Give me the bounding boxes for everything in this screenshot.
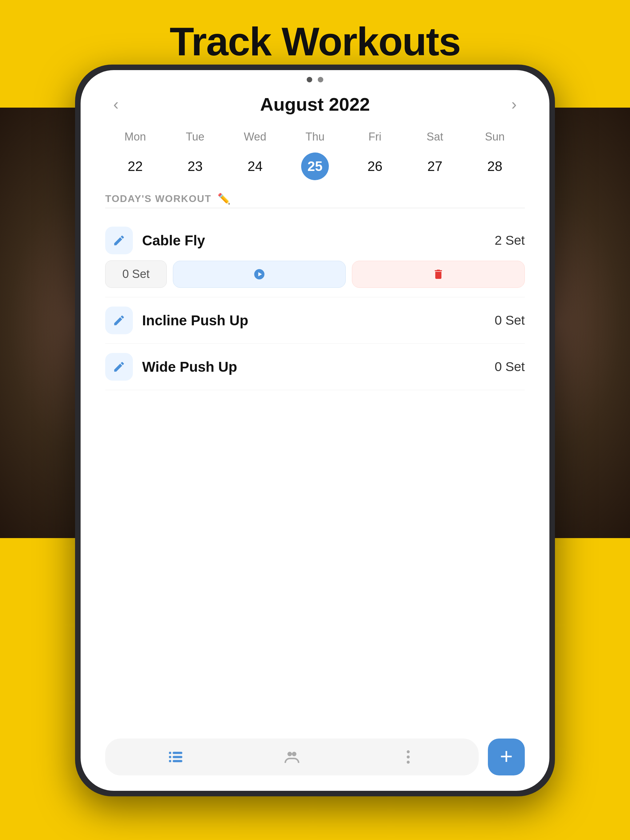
wide-push-up-name: Wide Push Up — [142, 358, 495, 375]
exercise-incline-push-up: Incline Push Up 0 Set — [105, 297, 525, 344]
trash-icon — [432, 268, 445, 280]
workout-section-title: TODAY'S WORKOUT — [105, 193, 211, 204]
exercise-wide-push-up: Wide Push Up 0 Set — [105, 344, 525, 390]
nav-bar — [105, 739, 479, 775]
cable-fly-delete-button[interactable] — [352, 261, 525, 288]
calendar-next-button[interactable]: › — [503, 93, 525, 115]
list-icon — [167, 748, 185, 766]
exercise-cable-fly-main-row: Cable Fly 2 Set — [105, 227, 525, 261]
calendar-header: ‹ August 2022 › — [105, 93, 525, 115]
exercise-cable-fly: Cable Fly 2 Set 0 Set — [105, 217, 525, 297]
pencil-icon — [112, 234, 125, 247]
calendar-section: ‹ August 2022 › Mon Tue Wed Thu Fri Sat … — [81, 87, 549, 189]
calendar-dates: 22 23 24 25 26 27 28 — [105, 153, 525, 180]
cable-fly-play-button[interactable] — [173, 261, 346, 288]
camera-dot-1 — [307, 77, 312, 82]
play-icon — [253, 268, 266, 280]
cable-fly-set-badge: 0 Set — [105, 261, 167, 288]
workout-section: TODAY'S WORKOUT ✏️ Cable Fly 2 Set 0 Set — [81, 189, 549, 729]
svg-rect-3 — [173, 752, 182, 754]
nav-item-list[interactable] — [154, 742, 197, 772]
nav-item-group[interactable] — [271, 742, 313, 772]
tablet-frame: ‹ August 2022 › Mon Tue Wed Thu Fri Sat … — [75, 65, 555, 796]
bottom-nav: + — [81, 729, 549, 791]
calendar-month-title: August 2022 — [260, 94, 370, 115]
svg-point-11 — [407, 755, 410, 758]
camera-bar — [81, 70, 549, 87]
wide-push-up-edit-button[interactable] — [105, 353, 133, 381]
svg-point-12 — [407, 761, 410, 764]
svg-point-8 — [288, 752, 292, 756]
more-icon — [399, 748, 417, 766]
workout-section-header: TODAY'S WORKOUT ✏️ — [105, 193, 525, 208]
svg-rect-7 — [173, 760, 182, 762]
date-24[interactable]: 24 — [225, 153, 285, 180]
day-mon: Mon — [105, 127, 165, 146]
camera-dot-2 — [318, 77, 323, 82]
svg-rect-4 — [169, 756, 171, 758]
svg-rect-5 — [173, 756, 182, 758]
day-wed: Wed — [225, 127, 285, 146]
nav-item-more[interactable] — [387, 742, 429, 772]
date-26[interactable]: 26 — [345, 153, 405, 180]
calendar-days-header: Mon Tue Wed Thu Fri Sat Sun — [105, 127, 525, 146]
cable-fly-sets: 2 Set — [495, 233, 525, 248]
cable-fly-sub-row: 0 Set — [105, 261, 525, 288]
date-23[interactable]: 23 — [165, 153, 225, 180]
date-28[interactable]: 28 — [465, 153, 525, 180]
svg-point-9 — [292, 752, 296, 756]
pencil-icon-3 — [112, 360, 125, 373]
add-exercise-fab-button[interactable]: + — [488, 739, 525, 775]
fab-plus-icon: + — [500, 745, 513, 767]
day-sun: Sun — [465, 127, 525, 146]
day-thu: Thu — [285, 127, 345, 146]
calendar-prev-button[interactable]: ‹ — [105, 93, 127, 115]
group-icon — [283, 748, 301, 766]
svg-point-10 — [407, 750, 410, 753]
incline-push-up-edit-button[interactable] — [105, 306, 133, 334]
date-25-selected[interactable]: 25 — [301, 153, 329, 180]
date-22[interactable]: 22 — [105, 153, 165, 180]
pencil-icon-2 — [112, 314, 125, 327]
tablet-screen: ‹ August 2022 › Mon Tue Wed Thu Fri Sat … — [81, 70, 549, 791]
day-sat: Sat — [405, 127, 465, 146]
date-27[interactable]: 27 — [405, 153, 465, 180]
svg-rect-2 — [169, 752, 171, 754]
wide-push-up-sets: 0 Set — [495, 359, 525, 374]
incline-push-up-sets: 0 Set — [495, 313, 525, 328]
day-fri: Fri — [345, 127, 405, 146]
svg-rect-6 — [169, 760, 171, 762]
cable-fly-edit-button[interactable] — [105, 227, 133, 254]
incline-push-up-name: Incline Push Up — [142, 312, 495, 329]
cable-fly-name: Cable Fly — [142, 232, 495, 249]
day-tue: Tue — [165, 127, 225, 146]
edit-workout-icon[interactable]: ✏️ — [217, 193, 230, 205]
